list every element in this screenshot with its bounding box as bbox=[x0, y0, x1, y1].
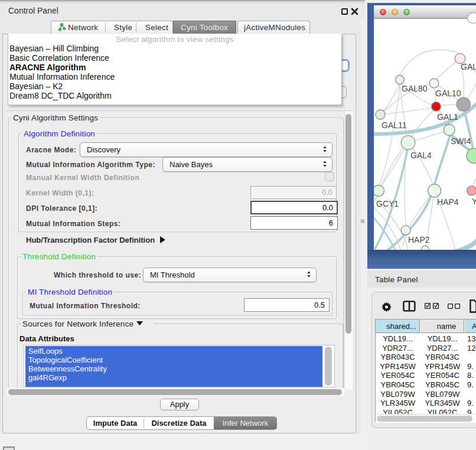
svg-text:GAL11: GAL11 bbox=[382, 120, 407, 130]
svg-text:Y: Y bbox=[472, 197, 476, 206]
svg-text:GAL80: GAL80 bbox=[402, 84, 428, 93]
svg-text:HAP2: HAP2 bbox=[408, 235, 430, 244]
svg-text:GAL10: GAL10 bbox=[435, 89, 461, 98]
svg-text:GAL: GAL bbox=[461, 62, 476, 71]
svg-text:GCY1: GCY1 bbox=[376, 199, 399, 208]
svg-text:HAP4: HAP4 bbox=[437, 197, 459, 207]
svg-text:GAL1: GAL1 bbox=[437, 112, 458, 122]
svg-text:GAL4: GAL4 bbox=[410, 151, 432, 160]
svg-text:SWI4: SWI4 bbox=[451, 136, 471, 146]
